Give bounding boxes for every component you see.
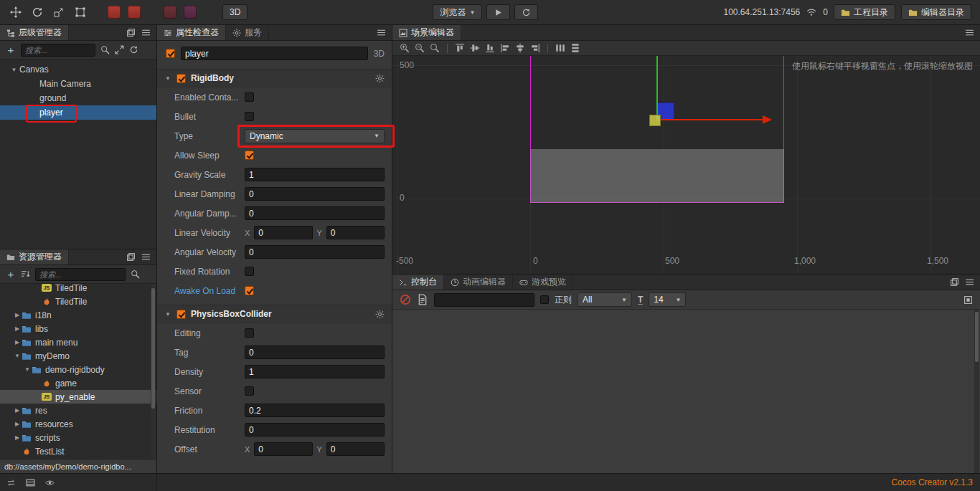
component-header[interactable]: ▼RigidBody (157, 69, 392, 87)
hierarchy-node-ground[interactable]: ground (0, 91, 156, 105)
open-editor-dir-button[interactable]: 编辑器目录 (901, 4, 971, 20)
regex-checkbox[interactable] (540, 295, 549, 304)
plugin-button-2[interactable] (128, 6, 141, 19)
asset-demo-rigidbody[interactable]: ▼demo-rigidbody (0, 363, 156, 376)
popout-icon[interactable] (126, 252, 136, 262)
component-enabled-checkbox[interactable] (176, 74, 186, 83)
asset-game[interactable]: game (0, 376, 156, 390)
search-icon[interactable] (131, 270, 140, 279)
tab-animation-editor[interactable]: 动画编辑器 (444, 275, 513, 290)
hierarchy-search-input[interactable] (21, 44, 95, 57)
move-tool-icon[interactable] (9, 5, 23, 19)
component-enabled-checkbox[interactable] (176, 310, 186, 319)
tab-assets[interactable]: 资源管理器 (0, 249, 69, 264)
hierarchy-node-main-camera[interactable]: Main Camera (0, 77, 156, 91)
tab-console[interactable]: 控制台 (392, 275, 444, 290)
collapse-panel-icon[interactable] (963, 295, 973, 305)
tab-hierarchy[interactable]: 层级管理器 (0, 25, 69, 40)
property-input[interactable] (245, 206, 385, 220)
scene-canvas[interactable]: 500 0 -500 0 500 1,000 1,500 使用鼠标右键平移视窗焦… (392, 56, 980, 274)
node-active-checkbox[interactable] (166, 49, 175, 58)
font-size-dropdown[interactable]: 14 ▼ (649, 292, 686, 307)
property-checkbox[interactable] (245, 151, 254, 160)
asset-scripts[interactable]: ▶scripts (0, 431, 156, 444)
plugin-button-4[interactable] (184, 6, 197, 19)
gizmo-plane-handle[interactable] (649, 115, 661, 126)
rect-tool-icon[interactable] (73, 5, 88, 19)
popout-icon[interactable] (126, 28, 136, 37)
asset-resources[interactable]: ▶resources (0, 417, 156, 431)
create-asset-button[interactable]: + (6, 270, 16, 280)
align-vcenter-icon[interactable] (469, 43, 481, 53)
property-checkbox[interactable] (245, 386, 254, 396)
panel-menu-icon[interactable] (141, 28, 151, 37)
clear-console-icon[interactable] (400, 294, 411, 305)
search-icon[interactable] (100, 45, 110, 54)
create-node-button[interactable]: + (6, 45, 16, 55)
align-left-icon[interactable] (499, 43, 511, 53)
play-button[interactable] (486, 4, 510, 20)
scale-tool-icon[interactable] (52, 5, 66, 19)
property-dropdown[interactable]: Dynamic▼ (245, 129, 385, 143)
panel-menu-icon[interactable] (965, 277, 974, 287)
log-list-icon[interactable] (26, 478, 35, 487)
collapse-arrow-icon[interactable]: ▼ (164, 75, 171, 82)
property-x-input[interactable] (254, 442, 312, 456)
sort-assets-icon[interactable] (21, 270, 30, 279)
node-name-input[interactable] (181, 47, 368, 60)
property-input[interactable] (245, 345, 385, 359)
panel-menu-icon[interactable] (965, 28, 974, 37)
tab-scene[interactable]: 场景编辑器 (392, 25, 461, 40)
open-project-dir-button[interactable]: 工程目录 (834, 4, 895, 20)
asset-py-enable[interactable]: JSpy_enable (0, 390, 156, 404)
assets-scrollbar[interactable] (151, 284, 156, 459)
property-checkbox[interactable] (245, 267, 254, 276)
distribute-h-icon[interactable] (555, 43, 566, 53)
gizmo-y-axis[interactable] (656, 56, 658, 120)
align-top-icon[interactable] (454, 43, 466, 53)
align-bottom-icon[interactable] (484, 43, 496, 53)
property-y-input[interactable] (326, 442, 385, 456)
asset-mydemo[interactable]: ▼myDemo (0, 349, 156, 363)
plugin-button-1[interactable] (108, 6, 121, 19)
property-checkbox[interactable] (245, 112, 254, 121)
open-log-file-icon[interactable] (417, 294, 428, 305)
log-level-dropdown[interactable]: All ▼ (578, 292, 632, 307)
ground-node-sprite[interactable] (530, 149, 784, 203)
panel-menu-icon[interactable] (141, 252, 151, 262)
zoom-in-icon[interactable] (399, 43, 410, 53)
eye-icon[interactable] (45, 478, 55, 487)
hierarchy-node-player[interactable]: player (0, 105, 156, 120)
zoom-out-icon[interactable] (414, 43, 425, 53)
distribute-v-icon[interactable] (570, 43, 581, 53)
align-hcenter-icon[interactable] (514, 43, 526, 53)
property-input[interactable] (245, 245, 385, 259)
preview-target-dropdown[interactable]: 浏览器 ▼ (433, 4, 482, 20)
component-header[interactable]: ▼PhysicsBoxCollider (157, 305, 392, 323)
console-filter-input[interactable] (434, 293, 534, 307)
popout-icon[interactable] (950, 277, 959, 287)
property-y-input[interactable] (326, 226, 385, 239)
hierarchy-node-canvas[interactable]: ▼Canvas (0, 62, 156, 77)
expand-all-icon[interactable] (115, 45, 124, 54)
property-input[interactable] (245, 168, 385, 181)
tab-game-preview[interactable]: 游戏预览 (513, 275, 573, 290)
align-right-icon[interactable] (529, 43, 541, 53)
tab-services[interactable]: 服务 (226, 25, 269, 40)
asset-main-menu[interactable]: ▶main menu (0, 335, 156, 349)
gizmo-x-axis[interactable] (657, 119, 763, 120)
tab-properties[interactable]: 属性检查器 (157, 25, 226, 40)
zoom-reset-icon[interactable] (429, 43, 440, 53)
panel-menu-icon[interactable] (377, 28, 386, 37)
asset-res[interactable]: ▶res (0, 404, 156, 417)
preview-refresh-button[interactable] (514, 4, 538, 20)
property-x-input[interactable] (254, 226, 312, 239)
refresh-hierarchy-icon[interactable] (129, 45, 138, 54)
asset-tiledtile[interactable]: TiledTile (0, 295, 156, 308)
layout-swap-icon[interactable] (6, 478, 16, 487)
asset-libs[interactable]: ▶libs (0, 322, 156, 335)
property-input[interactable] (245, 365, 385, 378)
property-input[interactable] (245, 423, 385, 437)
property-checkbox[interactable] (245, 328, 254, 338)
rotate-tool-icon[interactable] (30, 5, 44, 19)
